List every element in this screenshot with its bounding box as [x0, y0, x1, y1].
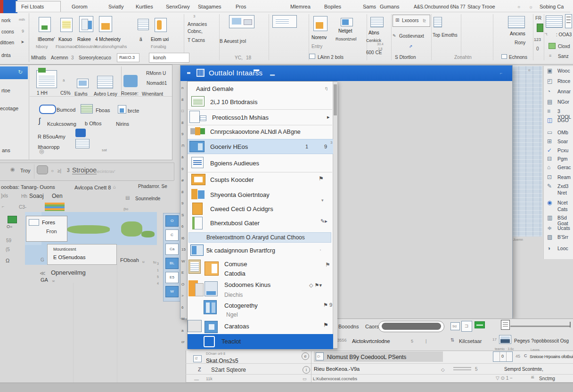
badge-9d[interactable]: 9d — [450, 322, 460, 330]
new-mail-icon[interactable] — [39, 17, 51, 32]
screen-icon[interactable] — [229, 15, 254, 28]
tab-4[interactable]: SenxGrwy — [166, 4, 190, 9]
rail-glyph-4[interactable]: Ω — [6, 258, 9, 263]
btn-1hh[interactable]: 1 HH — [37, 90, 48, 96]
menu-item-cotogerethy[interactable]: Cotogerethy Ngel ⚑ 9 — [188, 299, 332, 318]
blob-icon[interactable] — [37, 165, 48, 174]
panel-item-wooc[interactable]: Wooc — [557, 68, 570, 74]
btn-oftos[interactable]: b Oftos — [85, 121, 101, 126]
panel-item-pgm[interactable]: Pgm — [557, 156, 568, 162]
tab-12[interactable]: Stacy Trooe — [467, 4, 495, 9]
row3-pen-icon[interactable]: C — [524, 353, 527, 358]
btn-600ce[interactable]: 600 CE — [366, 50, 382, 55]
row5-icons[interactable]: ▽ ⊙ 1 − — [496, 376, 513, 381]
menu-item-csupts[interactable]: Csupts Koocder ⚑ — [188, 172, 332, 188]
row2-title[interactable]: Aictokvrtcnlodne — [352, 338, 390, 344]
status-soreor[interactable]: Soreorylcecuco — [79, 55, 111, 60]
btn-cobnc[interactable]: Cobnc, — [188, 29, 203, 34]
menu-scrollbar[interactable] — [333, 82, 337, 348]
rail-glyph-1[interactable]: O= — [7, 224, 12, 229]
brcte-icon[interactable] — [118, 105, 126, 114]
kilcsetaar-label[interactable]: Kilcsetaar — [459, 338, 482, 344]
rail-glyph-3[interactable]: (5 — [6, 247, 10, 252]
new-item-icon[interactable] — [60, 18, 73, 32]
btn-troy[interactable]: Troy — [20, 168, 31, 173]
rail-item-1[interactable]: nork — [1, 18, 10, 23]
menu-item-sodoomes[interactable]: Sodoomes Kinus Diechis ◇ ⚑▾ — [188, 278, 332, 299]
rail-item-4[interactable]: dnta — [1, 53, 10, 58]
btn-ibeome[interactable]: IBeome' — [38, 37, 55, 42]
fboas-icon[interactable] — [81, 104, 93, 114]
circle-i-icon[interactable]: i — [303, 366, 310, 374]
menu-item-teaclot-selected[interactable]: Teaclot — [188, 334, 333, 349]
cup-icon[interactable] — [155, 18, 167, 32]
btn-mcheeioty[interactable]: 4 Mcheeioty — [95, 37, 121, 42]
dialog-titlebar[interactable]: Outtalol Intaarss ▬ ▬ ⌐ — [180, 65, 512, 81]
caors-label[interactable]: Caors — [365, 324, 379, 329]
btn-fboas[interactable]: Fboas — [96, 107, 110, 113]
grid-button-icon[interactable] — [272, 15, 297, 28]
book-icon[interactable] — [501, 320, 510, 330]
minimize-icon-2[interactable]: ▬ — [270, 72, 275, 77]
menu-item-caratoas[interactable]: Caratoas ⚑ — [188, 318, 332, 334]
doc-lines-icon[interactable] — [97, 76, 113, 89]
btn-abns[interactable]: Abns — [368, 30, 379, 35]
sidebar-selected-item[interactable] — [0, 66, 28, 79]
foboah-label[interactable]: FOboah — [120, 257, 139, 263]
pencil-icon[interactable]: ⇗ — [409, 44, 413, 49]
btn-rosont[interactable]: Rosontzvel — [336, 37, 357, 41]
infobox-value[interactable]: E OSenudoas — [53, 254, 86, 260]
booodns-label[interactable]: Booodns — [338, 324, 359, 329]
menu-item-comuse[interactable]: Comuse Catodia ⚑ — [188, 258, 332, 278]
btn-tope[interactable]: Top Emoths — [433, 33, 458, 38]
btn-echnons[interactable]: Echnons — [509, 55, 527, 60]
row4-title[interactable]: Rieu BeoKeoa.-V9a — [314, 366, 360, 372]
btn-a[interactable]: ä — [139, 37, 142, 42]
menu-item-cnnrpcs[interactable]: Cnnrpcskaoovtone ALNdl A ABgne — [188, 125, 332, 139]
menu-item-aaird[interactable]: Aaird Gemale ŋ — [188, 82, 332, 95]
green-rail-box[interactable] — [8, 216, 17, 223]
tab-11[interactable]: A&S.Oncbunnod 6Na 77 — [414, 4, 466, 9]
bumcod-icon[interactable] — [39, 105, 56, 114]
tail-item-11k[interactable]: 11k — [206, 376, 213, 381]
status-acemnn[interactable]: Acemnn — [51, 55, 68, 60]
btn-kcuk[interactable]: Kcukcsowng — [47, 121, 76, 127]
btn-eiomuxi[interactable]: Eiom uxi — [151, 37, 169, 42]
panel-item-zxd3[interactable]: Zxd3 — [557, 183, 568, 189]
tab-8[interactable]: Bopiles — [324, 4, 341, 9]
btn-fr[interactable]: FR — [535, 16, 541, 21]
btn-0[interactable]: 0 — [536, 46, 539, 51]
btn-norenv[interactable]: Norenv — [311, 35, 327, 40]
panel-item-gerac[interactable]: Gerac — [557, 164, 571, 170]
panel-item-annar[interactable]: Annar — [557, 89, 571, 94]
ribbon-icon-circle[interactable]: ○ — [517, 4, 520, 9]
panel-item-ream[interactable]: Ream — [557, 174, 571, 180]
box-icon[interactable]: ▭ — [303, 376, 307, 381]
sidebar-item-ecotage[interactable]: ecotage — [0, 106, 18, 111]
btn-rmonn[interactable]: RMonn U — [146, 71, 166, 76]
basket-icon[interactable] — [99, 16, 112, 32]
btn-avbro[interactable]: Avbro Lesy — [94, 91, 117, 97]
tab-9[interactable]: Sams — [363, 4, 376, 9]
status-mlhatls[interactable]: Mlhatls — [31, 55, 46, 60]
panel-item-rtoce[interactable]: Rtoce — [557, 78, 570, 84]
monitor-icon[interactable] — [77, 79, 89, 88]
btn-lainn[interactable]: LAinn 2 bols — [318, 55, 344, 60]
panel-item-ngor[interactable]: NGor — [557, 99, 569, 105]
pipe-button[interactable]: ⊐ — [461, 321, 472, 332]
row5-title[interactable]: L:Kuberxoceat.cocnebs — [313, 376, 357, 381]
panel-item-pcxu[interactable]: Pcxu — [557, 147, 568, 153]
rail-item-2[interactable]: coons — [1, 29, 14, 34]
panel-item-soar[interactable]: Soar — [557, 139, 568, 144]
btn-netget[interactable]: Netget — [338, 28, 352, 33]
tab-1[interactable]: Gorom — [72, 4, 88, 9]
panel-item-omb[interactable]: OMb — [557, 130, 568, 135]
menu-item-brtodrasis[interactable]: 2i,J 10 Brtodrasis — [188, 95, 332, 109]
menu-item-cweed[interactable]: Cweed Cecti O Acidgrs — [188, 202, 332, 216]
btn-annacies[interactable]: Annacies — [188, 22, 207, 27]
progress-bar[interactable] — [510, 326, 571, 327]
btn-zonahtn[interactable]: Zonahtn — [454, 55, 472, 60]
btn-kaouo[interactable]: Kaouo — [58, 37, 72, 42]
menu-item-bgoiens[interactable]: Bgoiens Audieues — [188, 155, 332, 171]
btn-b5ouamy[interactable]: R B5ouAmy — [38, 134, 65, 139]
